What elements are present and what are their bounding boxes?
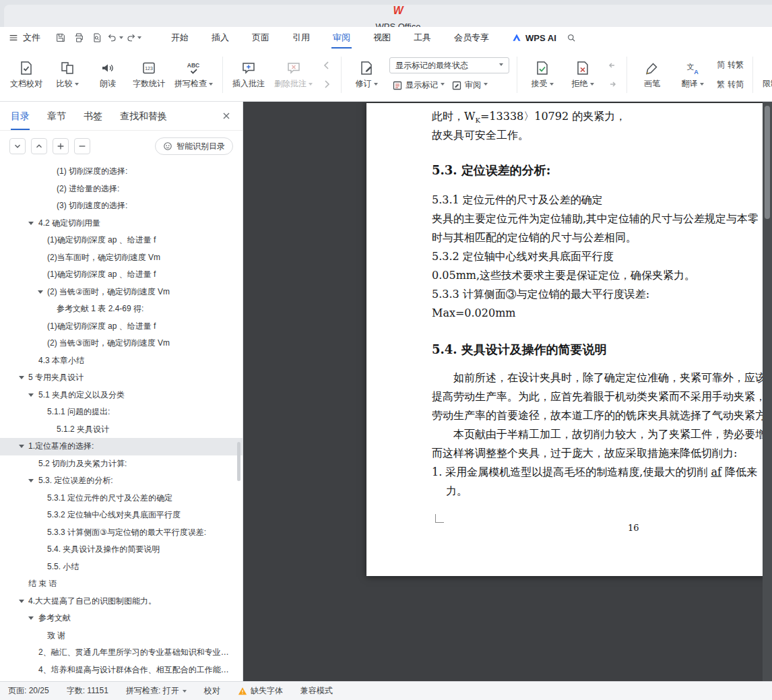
accept-dropdown-icon[interactable] bbox=[550, 83, 554, 88]
review-menu-dropdown-icon[interactable] bbox=[484, 83, 488, 88]
redo-button[interactable] bbox=[124, 30, 142, 46]
status-proofread[interactable]: 校对 bbox=[204, 685, 220, 697]
print-preview-button[interactable] bbox=[88, 30, 106, 46]
menu-tab-tools[interactable]: 工具 bbox=[402, 27, 443, 49]
toc-item-selected[interactable]: 1.定位基准的选择: bbox=[0, 438, 243, 455]
accept-change-button[interactable]: 接受 bbox=[522, 57, 562, 92]
toc-item[interactable]: 参考文献 bbox=[0, 610, 243, 627]
undo-button[interactable] bbox=[106, 30, 124, 46]
caret-down-icon[interactable] bbox=[28, 616, 34, 623]
status-missing-font[interactable]: 缺失字体 bbox=[238, 685, 283, 697]
delete-comment-dropdown-icon[interactable] bbox=[309, 83, 313, 88]
app-menu-tab[interactable]: W WPS Office bbox=[4, 5, 772, 27]
sidebar-tab-bookmarks[interactable]: 书签 bbox=[84, 102, 102, 130]
toc-collapse-button[interactable] bbox=[31, 138, 47, 154]
caret-down-icon[interactable] bbox=[19, 376, 24, 382]
reject-dropdown-icon[interactable] bbox=[590, 83, 594, 88]
to-traditional-button[interactable]: 简 转繁 bbox=[714, 58, 746, 72]
toc-item[interactable]: 致 谢 bbox=[0, 627, 243, 645]
toc-item[interactable]: (2) 进给量的选择: bbox=[0, 181, 243, 198]
menu-tab-insert[interactable]: 插入 bbox=[200, 27, 240, 49]
spell-check-button[interactable]: ABC 拼写检查 bbox=[170, 57, 218, 92]
menu-tab-review[interactable]: 审阅 bbox=[321, 27, 362, 49]
compare-dropdown-icon[interactable] bbox=[75, 83, 79, 88]
reject-change-button[interactable]: 拒绝 bbox=[562, 57, 603, 92]
translate-button[interactable]: 文A 翻译 bbox=[672, 57, 713, 92]
toc-item[interactable]: 5.1.2 夹具设计 bbox=[0, 421, 243, 439]
track-changes-dropdown-icon[interactable] bbox=[374, 83, 378, 88]
status-page-indicator[interactable]: 页面: 20/25 bbox=[8, 685, 49, 697]
markup-state-select[interactable]: 显示标记的最终状态 bbox=[389, 57, 509, 73]
toc-item[interactable]: 5.3.3 计算侧面③与定位销的最大平行度误差: bbox=[0, 524, 243, 542]
save-button[interactable] bbox=[51, 30, 69, 46]
status-word-count[interactable]: 字数: 11151 bbox=[67, 685, 108, 697]
toc-item[interactable]: (2) 当铣②面时，确定切削速度 Vm bbox=[0, 284, 243, 301]
sidebar-close-button[interactable] bbox=[221, 110, 232, 121]
caret-down-icon[interactable] bbox=[19, 600, 24, 606]
smart-toc-button[interactable]: 智能识别目录 bbox=[155, 137, 233, 155]
next-change-button[interactable] bbox=[604, 77, 620, 92]
previous-comment-button[interactable] bbox=[319, 58, 335, 73]
toc-item[interactable]: (1) 切削深度的选择: bbox=[0, 163, 243, 181]
track-changes-button[interactable]: 修订 bbox=[346, 57, 387, 92]
toc-item[interactable]: 4.3 本章小结 bbox=[0, 352, 243, 370]
compare-button[interactable]: 比较 bbox=[47, 57, 88, 92]
sidebar-scrollbar-thumb[interactable] bbox=[237, 442, 240, 481]
menu-tab-page[interactable]: 页面 bbox=[240, 27, 281, 49]
delete-comment-button[interactable]: 删除批注 bbox=[269, 57, 317, 92]
next-comment-button[interactable] bbox=[319, 77, 335, 92]
read-aloud-button[interactable]: 朗读 bbox=[88, 57, 128, 92]
previous-change-button[interactable] bbox=[604, 58, 620, 73]
toc-item[interactable]: 4.大大提高了自己的识图制图能力。 bbox=[0, 593, 243, 610]
toc-item[interactable]: (2)当车面时，确定切削速度 Vm bbox=[0, 249, 243, 267]
status-spell-check[interactable]: 拼写检查: 打开 bbox=[126, 685, 187, 697]
toc-item[interactable]: 5.1.1 问题的提出: bbox=[0, 404, 243, 421]
document-scrollbar-thumb[interactable] bbox=[765, 106, 770, 219]
file-menu-button[interactable]: 文件 bbox=[8, 32, 40, 44]
word-count-button[interactable]: 123 字数统计 bbox=[128, 57, 170, 92]
pen-button[interactable]: 画笔 bbox=[632, 57, 672, 92]
status-compat-mode[interactable]: 兼容模式 bbox=[300, 685, 333, 697]
undo-dropdown-icon[interactable] bbox=[119, 36, 123, 41]
caret-down-icon[interactable] bbox=[38, 290, 43, 296]
restrict-editing-button[interactable]: 限制编辑 bbox=[758, 57, 772, 92]
document-scrollbar[interactable] bbox=[763, 102, 772, 681]
toc-item[interactable]: (1)确定切削深度 ap 、给进量 f bbox=[0, 266, 243, 284]
insert-comment-button[interactable]: 插入批注 bbox=[228, 57, 269, 92]
toc-item[interactable]: 5.3.1 定位元件的尺寸及公差的确定 bbox=[0, 490, 243, 507]
toc-item[interactable]: 5.2 切削力及夹紧力计算: bbox=[0, 455, 243, 473]
spell-check-dropdown-icon[interactable] bbox=[209, 83, 213, 88]
sidebar-tab-find[interactable]: 查找和替换 bbox=[120, 102, 167, 130]
doc-proofread-button[interactable]: 文档校对 bbox=[5, 57, 47, 92]
toc-item[interactable]: 4.2 确定切削用量 bbox=[0, 215, 243, 232]
menu-tab-view[interactable]: 视图 bbox=[362, 27, 402, 49]
toc-item[interactable]: (3) 切削速度的选择: bbox=[0, 197, 243, 215]
toc-item[interactable]: 5.5. 小结 bbox=[0, 559, 243, 576]
toc-zoom-out-button[interactable] bbox=[74, 138, 90, 154]
caret-down-icon[interactable] bbox=[28, 479, 34, 485]
show-markup-dropdown-icon[interactable] bbox=[441, 83, 445, 88]
document-page-1[interactable]: 此时，WK=13338〉10792 的夹紧力， 故夹具可安全工作。 5.3. 定… bbox=[366, 103, 772, 576]
caret-down-icon[interactable] bbox=[19, 445, 24, 451]
menu-tab-reference[interactable]: 引用 bbox=[281, 27, 321, 49]
toc-item[interactable]: 2、融汇、贯通几年里所学习的专业基础知识和专业理… bbox=[0, 644, 243, 662]
caret-down-icon[interactable] bbox=[28, 222, 34, 228]
toc-item[interactable]: 4、培养和提高与设计群体合作、相互配合的工作能力… bbox=[0, 662, 243, 679]
to-simplified-button[interactable]: 繁 转简 bbox=[714, 77, 746, 92]
caret-down-icon[interactable] bbox=[28, 393, 34, 400]
toc-item[interactable]: 结 束 语 bbox=[0, 575, 243, 593]
translate-dropdown-icon[interactable] bbox=[700, 83, 704, 88]
wps-ai-button[interactable]: WPS AI bbox=[511, 32, 556, 43]
review-menu-button[interactable]: 审阅 bbox=[449, 78, 490, 92]
print-button[interactable] bbox=[69, 30, 88, 46]
sidebar-tab-toc[interactable]: 目录 bbox=[11, 102, 30, 130]
menu-tab-member[interactable]: 会员专享 bbox=[443, 27, 501, 49]
toc-item[interactable]: 5.3.2 定位轴中心线对夹具底面平行度 bbox=[0, 507, 243, 524]
toc-item[interactable]: 5.3. 定位误差的分析: bbox=[0, 472, 243, 490]
menu-tab-home[interactable]: 开始 bbox=[160, 27, 200, 49]
search-button[interactable] bbox=[566, 32, 577, 43]
toc-item[interactable]: 5 专用夹具设计 bbox=[0, 369, 243, 387]
sidebar-tab-chapters[interactable]: 章节 bbox=[47, 102, 66, 130]
toc-item[interactable]: (1)确定切削深度 ap 、给进量 f bbox=[0, 232, 243, 249]
toc-item[interactable]: 5.1 夹具的定义以及分类 bbox=[0, 387, 243, 404]
